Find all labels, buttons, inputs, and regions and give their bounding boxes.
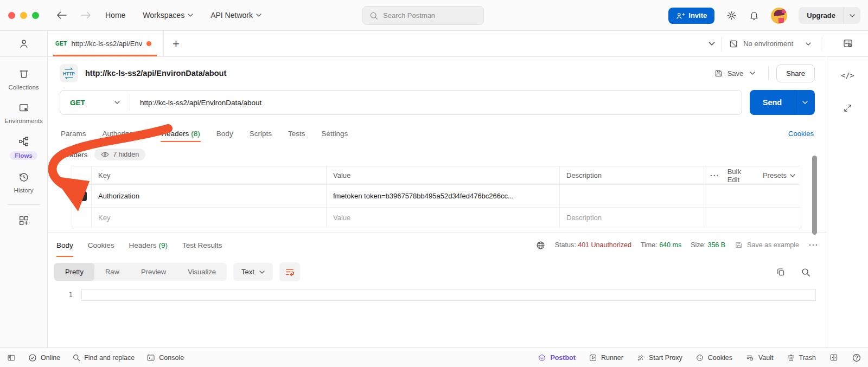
new-description-cell[interactable]: Description	[559, 208, 704, 228]
close-window-button[interactable]	[8, 12, 15, 19]
sidebar-more-tools-button[interactable]	[0, 215, 47, 227]
response-tab-test-results[interactable]: Test Results	[182, 233, 222, 257]
header-key-cell[interactable]: Authorization	[91, 185, 326, 207]
runner-button[interactable]: Runner	[589, 353, 623, 362]
environment-quick-look-icon	[843, 38, 854, 49]
save-as-example-button[interactable]: Save as example	[735, 241, 799, 249]
view-visualize-button[interactable]: Visualize	[177, 263, 227, 281]
send-options-button[interactable]	[795, 90, 815, 115]
header-description-cell[interactable]	[559, 185, 704, 207]
tab-headers[interactable]: Headers (8)	[161, 130, 200, 138]
format-dropdown[interactable]: Text	[233, 263, 273, 281]
new-tab-button[interactable]: +	[173, 38, 180, 50]
environment-quick-look-button[interactable]	[828, 38, 868, 49]
response-more-actions-icon[interactable]	[808, 243, 818, 247]
share-button[interactable]: Share	[776, 65, 815, 82]
request-config-tabs: Params Authorization Headers (8) Body Sc…	[48, 125, 827, 142]
wrap-lines-button[interactable]	[279, 262, 300, 281]
help-icon[interactable]	[852, 353, 861, 363]
method-dropdown[interactable]: GET	[60, 99, 130, 107]
back-arrow-icon[interactable]	[56, 11, 67, 20]
minimize-window-button[interactable]	[20, 12, 27, 19]
headers-count: (8)	[191, 130, 200, 138]
hidden-headers-toggle[interactable]: 7 hidden	[94, 149, 145, 160]
forward-arrow-icon[interactable]	[81, 11, 91, 20]
status-badge: Status: 401 Unauthorized	[555, 241, 631, 249]
invite-button[interactable]: Invite	[668, 8, 714, 24]
environment-selector[interactable]: No environment	[729, 39, 814, 49]
sidebar-item-collections[interactable]: Collections	[0, 68, 47, 91]
save-options-chevron-icon[interactable]	[750, 72, 755, 75]
check-icon	[79, 194, 85, 198]
globe-icon[interactable]	[535, 240, 546, 250]
search-response-icon[interactable]	[801, 267, 810, 277]
titlebar: Home Workspaces API Network Search Postm…	[0, 0, 868, 31]
header-enabled-checkbox[interactable]	[77, 191, 87, 201]
sidebar-item-environments[interactable]: Environments	[0, 102, 47, 124]
trash-icon	[787, 353, 795, 362]
vault-button[interactable]: Vault	[745, 353, 774, 362]
table-header-row: Key Value Description Bulk Edit Presets	[72, 166, 801, 184]
response-panel: Body Cookies Headers (9) Test Results	[48, 233, 827, 301]
upgrade-caret-button[interactable]	[844, 7, 860, 24]
start-proxy-button[interactable]: Start Proxy	[636, 353, 682, 362]
response-tab-body[interactable]: Body	[56, 233, 73, 257]
response-body-line[interactable]	[81, 289, 816, 301]
view-raw-button[interactable]: Raw	[94, 263, 130, 281]
expand-panel-icon[interactable]	[843, 104, 852, 113]
sidebar-item-flows[interactable]: Flows	[0, 136, 47, 160]
tab-authorization[interactable]: Authorization	[103, 130, 145, 138]
tab-body[interactable]: Body	[216, 130, 233, 138]
split-panel-icon[interactable]	[829, 353, 839, 362]
api-network-menu[interactable]: API Network	[210, 11, 261, 20]
tab-options-chevron-icon[interactable]	[709, 42, 715, 46]
new-value-cell[interactable]: Value	[326, 208, 559, 228]
sidebar-item-history[interactable]: History	[0, 171, 47, 194]
response-tab-cookies[interactable]: Cookies	[88, 233, 114, 257]
send-button[interactable]: Send	[750, 90, 795, 115]
upgrade-button[interactable]: Upgrade	[799, 7, 844, 24]
tab-tests[interactable]: Tests	[288, 130, 305, 138]
save-button[interactable]: Save	[714, 69, 744, 78]
response-body-editor[interactable]: 1	[48, 289, 827, 301]
bell-icon[interactable]	[749, 10, 760, 21]
response-tab-headers[interactable]: Headers (9)	[129, 233, 168, 257]
request-tab[interactable]: GET http://kc-ls-ss2/api/Env	[48, 31, 164, 56]
avatar[interactable]	[771, 8, 787, 24]
cookies-button[interactable]: Cookies	[695, 353, 732, 362]
tab-scripts[interactable]: Scripts	[250, 130, 272, 138]
sidebar-item-account[interactable]	[0, 31, 47, 57]
cookies-link[interactable]: Cookies	[788, 130, 814, 138]
online-status[interactable]: Online	[28, 353, 60, 362]
new-key-cell[interactable]: Key	[91, 208, 326, 228]
view-preview-button[interactable]: Preview	[130, 263, 177, 281]
workspaces-menu[interactable]: Workspaces	[143, 11, 193, 20]
save-icon	[714, 69, 723, 78]
more-actions-icon[interactable]	[710, 174, 719, 177]
view-pretty-button[interactable]: Pretty	[54, 263, 94, 281]
toggle-sidebar-icon[interactable]	[7, 353, 16, 362]
bulk-edit-button[interactable]: Bulk Edit	[727, 168, 755, 184]
tab-params[interactable]: Params	[61, 130, 86, 138]
copy-icon[interactable]	[776, 267, 786, 277]
home-menu[interactable]: Home	[105, 11, 125, 20]
runner-icon	[589, 353, 597, 362]
search-icon	[72, 353, 80, 362]
scrollbar[interactable]	[812, 156, 817, 235]
url-input[interactable]	[130, 99, 742, 107]
trash-button[interactable]: Trash	[787, 353, 816, 362]
gear-icon[interactable]	[726, 10, 737, 21]
header-value-cell[interactable]: fmetoken token=b3967578bb495a52d34fed476…	[326, 185, 559, 207]
chevron-down-icon	[806, 42, 811, 46]
console-button[interactable]: Console	[146, 353, 184, 362]
find-and-replace-button[interactable]: Find and replace	[72, 353, 135, 362]
postbot-button[interactable]: Postbot	[538, 353, 576, 362]
start-proxy-icon	[636, 353, 645, 362]
request-title[interactable]: http://kc-ls-ss2/api/EnvironData/about	[85, 69, 226, 78]
tab-settings[interactable]: Settings	[321, 130, 348, 138]
search-placeholder: Search Postman	[383, 11, 435, 20]
code-snippet-icon[interactable]: </>	[841, 71, 854, 80]
search-input[interactable]: Search Postman	[362, 6, 484, 25]
maximize-window-button[interactable]	[32, 12, 39, 19]
presets-dropdown[interactable]: Presets	[763, 171, 795, 179]
